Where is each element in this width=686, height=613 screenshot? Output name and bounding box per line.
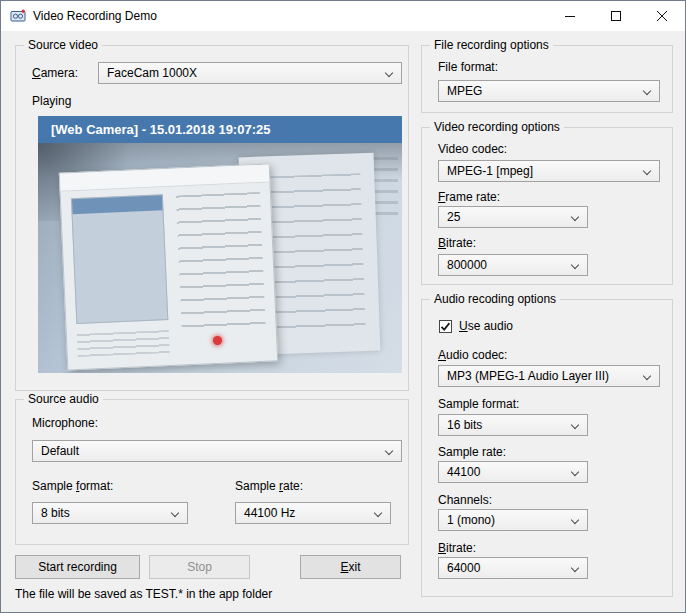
frame-rate-value: 25 — [447, 210, 565, 225]
frame-rate-select[interactable]: 25 — [438, 206, 588, 228]
source-video-group: Source video Camera: FaceCam 1000X Playi… — [15, 45, 409, 391]
audio-codec-label: Audio codec: — [438, 348, 507, 363]
video-bitrate-value: 800000 — [447, 258, 565, 273]
camera-label: Camera: — [32, 66, 78, 81]
chevron-down-icon — [571, 213, 579, 221]
source-audio-group-label: Source audio — [24, 392, 103, 407]
video-overlay-bar: [Web Camera] - 15.01.2018 19:07:25 — [38, 116, 402, 143]
photographed-overlay-bar-shape — [73, 196, 164, 215]
exit-button[interactable]: Exit — [300, 555, 401, 579]
source-sample-rate-label: Sample rate: — [235, 479, 303, 494]
minimize-icon — [565, 11, 575, 21]
audio-codec-select[interactable]: MP3 (MPEG-1 Audio Layer III) — [438, 365, 660, 387]
audio-codec-value: MP3 (MPEG-1 Audio Layer III) — [447, 369, 637, 384]
chevron-down-icon — [643, 372, 651, 380]
video-recorder-icon — [10, 8, 26, 24]
chevron-down-icon — [171, 509, 179, 517]
webcam-frame — [38, 143, 402, 373]
audio-sample-format-select[interactable]: 16 bits — [438, 414, 588, 436]
audio-sample-rate-select[interactable]: 44100 — [438, 461, 588, 483]
app-window: Video Recording Demo So — [0, 0, 686, 613]
chevron-down-icon — [643, 87, 651, 95]
microphone-select-value: Default — [41, 444, 379, 459]
maximize-icon — [611, 11, 621, 21]
close-icon — [657, 11, 667, 21]
chevron-down-icon — [571, 516, 579, 524]
chevron-down-icon — [385, 447, 393, 455]
audio-sample-rate-value: 44100 — [447, 465, 565, 480]
audio-bitrate-select[interactable]: 64000 — [438, 557, 588, 579]
microphone-label: Microphone: — [32, 416, 98, 431]
client-area: Source video Camera: FaceCam 1000X Playi… — [1, 31, 685, 612]
close-button[interactable] — [639, 1, 685, 31]
playing-label: Playing — [32, 94, 71, 109]
video-overlay-text: [Web Camera] - 15.01.2018 19:07:25 — [51, 122, 270, 137]
source-sample-format-value: 8 bits — [41, 506, 165, 521]
file-format-value: MPEG — [447, 84, 637, 99]
microphone-select[interactable]: Default — [32, 440, 402, 462]
minimize-button[interactable] — [547, 1, 593, 31]
channels-value: 1 (mono) — [447, 513, 565, 528]
video-codec-select[interactable]: MPEG-1 [mpeg] — [438, 160, 660, 182]
status-text: The file will be saved as TEST.* in the … — [15, 587, 272, 601]
stop-button[interactable]: Stop — [149, 555, 250, 579]
file-format-label: File format: — [438, 60, 498, 75]
channels-label: Channels: — [438, 493, 492, 508]
source-sample-rate-select[interactable]: 44100 Hz — [235, 502, 391, 524]
video-codec-value: MPEG-1 [mpeg] — [447, 164, 637, 179]
chevron-down-icon — [571, 421, 579, 429]
audio-sample-rate-label: Sample rate: — [438, 445, 506, 460]
video-codec-label: Video codec: — [438, 142, 507, 157]
video-recording-options-group: Video recording options Video codec: MPE… — [421, 127, 673, 285]
photographed-dialog-shape — [59, 164, 279, 371]
chevron-down-icon — [571, 468, 579, 476]
photographed-controls-shape — [176, 193, 266, 334]
source-sample-format-select[interactable]: 8 bits — [32, 502, 188, 524]
audio-recording-options-label: Audio recoding options — [430, 292, 560, 307]
maximize-button[interactable] — [593, 1, 639, 31]
chevron-down-icon — [571, 261, 579, 269]
video-recording-options-label: Video recording options — [430, 120, 564, 135]
start-recording-button[interactable]: Start recording — [15, 555, 140, 579]
video-preview: [Web Camera] - 15.01.2018 19:07:25 — [38, 116, 402, 373]
file-format-select[interactable]: MPEG — [438, 80, 660, 102]
checkmark-icon — [439, 320, 452, 333]
use-audio-checkbox[interactable] — [439, 320, 452, 333]
file-recording-options-label: File recording options — [430, 38, 553, 53]
audio-recording-options-group: Audio recoding options Use audio Audio c… — [421, 299, 673, 597]
audio-bitrate-label: Bitrate: — [438, 541, 476, 556]
camera-select-value: FaceCam 1000X — [107, 66, 379, 81]
photographed-footer-shape — [78, 330, 171, 357]
audio-sample-format-label: Sample format: — [438, 397, 519, 412]
audio-bitrate-value: 64000 — [447, 561, 565, 576]
source-audio-group: Source audio Microphone: Default Sample … — [15, 399, 409, 545]
window-controls — [547, 1, 685, 31]
channels-select[interactable]: 1 (mono) — [438, 509, 588, 531]
chevron-down-icon — [571, 564, 579, 572]
video-bitrate-select[interactable]: 800000 — [438, 254, 588, 276]
source-sample-format-label: Sample format: — [32, 479, 113, 494]
recording-indicator-dot — [213, 336, 222, 345]
camera-select[interactable]: FaceCam 1000X — [98, 62, 402, 84]
frame-rate-label: Frame rate: — [438, 190, 500, 205]
source-sample-rate-value: 44100 Hz — [244, 506, 368, 521]
titlebar: Video Recording Demo — [1, 1, 685, 31]
video-bitrate-label: Bitrate: — [438, 236, 476, 251]
audio-sample-format-value: 16 bits — [447, 418, 565, 433]
window-title: Video Recording Demo — [33, 9, 157, 23]
chevron-down-icon — [374, 509, 382, 517]
source-video-group-label: Source video — [24, 38, 102, 53]
app-icon[interactable] — [10, 8, 26, 24]
file-recording-options-group: File recording options File format: MPEG — [421, 45, 673, 113]
chevron-down-icon — [643, 167, 651, 175]
chevron-down-icon — [385, 69, 393, 77]
use-audio-label[interactable]: Use audio — [459, 319, 513, 334]
photographed-video-area-shape — [72, 195, 169, 324]
